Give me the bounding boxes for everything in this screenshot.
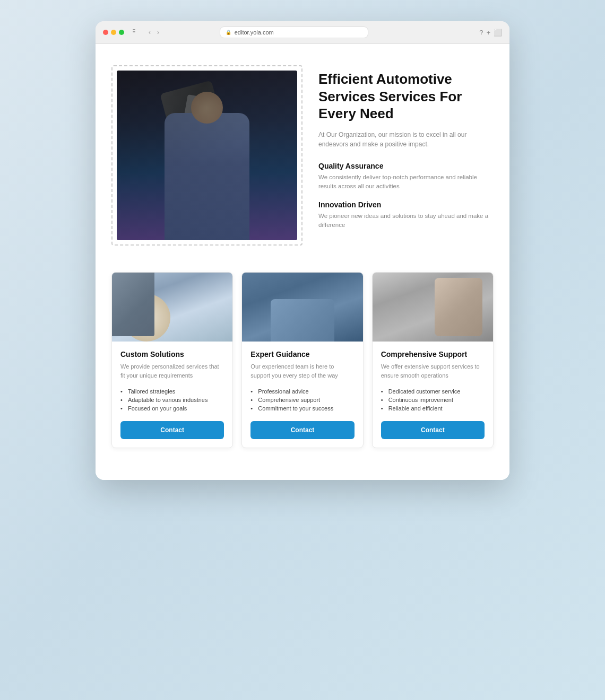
feature-quality-title: Quality Assurance bbox=[318, 162, 494, 170]
hero-section: Efficient Automotive Services Services F… bbox=[111, 65, 494, 246]
card-list-1: Tailored strategies Adaptable to various… bbox=[120, 387, 224, 413]
help-icon[interactable]: ? bbox=[479, 29, 483, 37]
card-desc-1: We provide personalized services that fi… bbox=[120, 362, 224, 380]
address-bar[interactable]: 🔒 editor.yola.com bbox=[220, 27, 368, 38]
card-desc-2: Our experienced team is here to support … bbox=[250, 362, 354, 380]
feature-quality: Quality Assurance We consistently delive… bbox=[318, 162, 494, 191]
card-title-1: Custom Solutions bbox=[120, 350, 224, 358]
card-img-figure-2 bbox=[242, 273, 362, 342]
forward-arrow[interactable]: › bbox=[155, 28, 161, 37]
card-comprehensive-support: Comprehensive Support We offer extensive… bbox=[372, 272, 494, 448]
hero-img-visual bbox=[117, 71, 297, 240]
contact-button-1[interactable]: Contact bbox=[120, 421, 224, 439]
card-image-3 bbox=[373, 273, 493, 342]
card-image-2 bbox=[242, 273, 362, 342]
hero-subtitle: At Our Organization, our mission is to e… bbox=[318, 130, 494, 149]
maximize-button[interactable] bbox=[119, 30, 124, 35]
contact-button-3[interactable]: Contact bbox=[381, 421, 485, 439]
sidebar-toggle-icon[interactable] bbox=[133, 29, 141, 36]
card-img-figure-3 bbox=[373, 273, 493, 342]
share-icon[interactable]: ⬜ bbox=[494, 29, 502, 37]
list-item: Reliable and efficient bbox=[381, 404, 485, 413]
browser-chrome: ‹ › 🔒 editor.yola.com ? + ⬜ bbox=[96, 21, 509, 44]
url-text: editor.yola.com bbox=[235, 29, 274, 36]
feature-innovation-desc: We pioneer new ideas and solutions to st… bbox=[318, 212, 494, 230]
list-item: Comprehensive support bbox=[250, 396, 354, 404]
list-item: Dedicated customer service bbox=[381, 387, 485, 396]
minimize-button[interactable] bbox=[111, 30, 116, 35]
hero-image-dashed bbox=[111, 65, 302, 246]
card-title-3: Comprehensive Support bbox=[381, 350, 485, 358]
feature-innovation: Innovation Driven We pioneer new ideas a… bbox=[318, 200, 494, 230]
hero-image-container bbox=[111, 65, 302, 246]
browser-content: Efficient Automotive Services Services F… bbox=[96, 44, 509, 480]
card-desc-3: We offer extensive support services to e… bbox=[381, 362, 485, 380]
list-item: Focused on your goals bbox=[120, 404, 224, 413]
card-custom-solutions: Custom Solutions We provide personalized… bbox=[111, 272, 233, 448]
browser-window: ‹ › 🔒 editor.yola.com ? + ⬜ bbox=[96, 21, 509, 480]
card-img-figure-1 bbox=[112, 273, 232, 342]
list-item: Professional advice bbox=[250, 387, 354, 396]
feature-innovation-title: Innovation Driven bbox=[318, 200, 494, 209]
lock-icon: 🔒 bbox=[226, 30, 231, 35]
list-item: Continuous improvement bbox=[381, 396, 485, 404]
card-expert-guidance: Expert Guidance Our experienced team is … bbox=[241, 272, 363, 448]
list-item: Commitment to your success bbox=[250, 404, 354, 413]
list-item: Adaptable to various industries bbox=[120, 396, 224, 404]
hero-text: Efficient Automotive Services Services F… bbox=[318, 65, 494, 240]
feature-quality-desc: We consistently deliver top-notch perfor… bbox=[318, 173, 494, 191]
hero-image bbox=[117, 71, 297, 240]
traffic-lights bbox=[103, 30, 124, 35]
close-button[interactable] bbox=[103, 30, 108, 35]
page-wrapper: Efficient Automotive Services Services F… bbox=[96, 44, 509, 480]
card-list-2: Professional advice Comprehensive suppor… bbox=[250, 387, 354, 413]
back-arrow[interactable]: ‹ bbox=[146, 28, 153, 37]
card-list-3: Dedicated customer service Continuous im… bbox=[381, 387, 485, 413]
contact-button-2[interactable]: Contact bbox=[250, 421, 354, 439]
image-overlay bbox=[117, 71, 297, 240]
browser-actions: ? + ⬜ bbox=[479, 29, 502, 37]
card-image-1 bbox=[112, 273, 232, 342]
card-body-2: Expert Guidance Our experienced team is … bbox=[242, 342, 362, 448]
card-title-2: Expert Guidance bbox=[250, 350, 354, 358]
card-body-3: Comprehensive Support We offer extensive… bbox=[373, 342, 493, 448]
cards-section: Custom Solutions We provide personalized… bbox=[111, 272, 494, 448]
card-body-1: Custom Solutions We provide personalized… bbox=[112, 342, 232, 448]
hero-title: Efficient Automotive Services Services F… bbox=[318, 71, 494, 122]
nav-arrows: ‹ › bbox=[146, 28, 161, 37]
new-tab-icon[interactable]: + bbox=[486, 29, 490, 37]
list-item: Tailored strategies bbox=[120, 387, 224, 396]
